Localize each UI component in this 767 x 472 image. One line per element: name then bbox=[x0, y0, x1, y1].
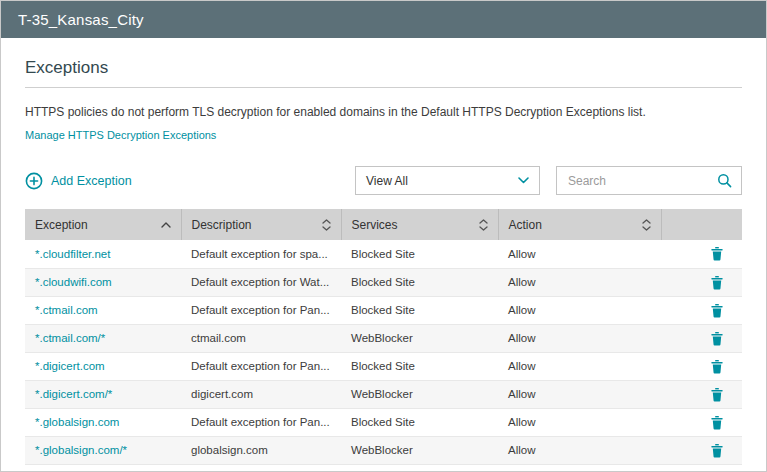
toolbar-controls: View All bbox=[355, 166, 742, 195]
column-header-exception[interactable]: Exception bbox=[25, 209, 181, 240]
search-box bbox=[556, 166, 742, 195]
exception-cell: *.cloudfilter.net bbox=[25, 240, 181, 268]
description-text: HTTPS policies do not perform TLS decryp… bbox=[25, 105, 742, 119]
column-header-label: Services bbox=[352, 218, 398, 232]
delete-cell bbox=[661, 324, 742, 352]
exceptions-table: Exception Description bbox=[25, 209, 742, 465]
services-cell: Blocked Site bbox=[341, 240, 498, 268]
description-cell: digicert.com bbox=[181, 380, 341, 408]
table-body: *.cloudfilter.netDefault exception for s… bbox=[25, 240, 742, 464]
column-header-label: Exception bbox=[35, 218, 88, 232]
sort-arrows-icon bbox=[322, 219, 331, 231]
action-cell: Allow bbox=[498, 352, 661, 380]
action-cell: Allow bbox=[498, 268, 661, 296]
description-cell: ctmail.com bbox=[181, 324, 341, 352]
delete-cell bbox=[661, 380, 742, 408]
main-content: Exceptions HTTPS policies do not perform… bbox=[1, 58, 766, 465]
trash-icon[interactable] bbox=[710, 443, 724, 458]
delete-cell bbox=[661, 296, 742, 324]
delete-cell bbox=[661, 240, 742, 268]
services-cell: Blocked Site bbox=[341, 352, 498, 380]
exception-link[interactable]: *.cloudfilter.net bbox=[35, 248, 110, 260]
delete-cell bbox=[661, 268, 742, 296]
action-cell: Allow bbox=[498, 296, 661, 324]
sort-arrows-icon bbox=[479, 219, 488, 231]
services-cell: WebBlocker bbox=[341, 436, 498, 464]
exception-link[interactable]: *.globalsign.com/* bbox=[35, 444, 127, 456]
trash-icon[interactable] bbox=[710, 359, 724, 374]
table-header-row: Exception Description bbox=[25, 209, 742, 240]
exception-link[interactable]: *.cloudwifi.com bbox=[35, 276, 112, 288]
sort-arrows-icon bbox=[642, 219, 651, 231]
exception-link[interactable]: *.globalsign.com bbox=[35, 416, 119, 428]
table-row: *.ctmail.comDefault exception for Pan...… bbox=[25, 296, 742, 324]
column-header-action[interactable]: Action bbox=[498, 209, 661, 240]
table-row: *.cloudfilter.netDefault exception for s… bbox=[25, 240, 742, 268]
trash-icon[interactable] bbox=[710, 303, 724, 318]
chevron-up-icon bbox=[161, 222, 171, 228]
exception-cell: *.ctmail.com/* bbox=[25, 324, 181, 352]
exception-cell: *.globalsign.com/* bbox=[25, 436, 181, 464]
exception-link[interactable]: *.ctmail.com/* bbox=[35, 332, 105, 344]
table-row: *.globalsign.comDefault exception for Pa… bbox=[25, 408, 742, 436]
trash-icon[interactable] bbox=[710, 246, 724, 261]
page-title: T-35_Kansas_City bbox=[18, 11, 144, 28]
services-cell: Blocked Site bbox=[341, 268, 498, 296]
manage-exceptions-link[interactable]: Manage HTTPS Decryption Exceptions bbox=[25, 129, 216, 141]
services-cell: Blocked Site bbox=[341, 296, 498, 324]
exception-cell: *.globalsign.com bbox=[25, 408, 181, 436]
table-row: *.digicert.com/*digicert.comWebBlockerAl… bbox=[25, 380, 742, 408]
delete-cell bbox=[661, 408, 742, 436]
table-row: *.digicert.comDefault exception for Pan.… bbox=[25, 352, 742, 380]
add-exception-button[interactable]: Add Exception bbox=[25, 172, 132, 190]
description-cell: Default exception for spa... bbox=[181, 240, 341, 268]
services-cell: Blocked Site bbox=[341, 408, 498, 436]
table-row: *.cloudwifi.comDefault exception for Wat… bbox=[25, 268, 742, 296]
toolbar: Add Exception View All bbox=[25, 166, 742, 195]
exception-cell: *.cloudwifi.com bbox=[25, 268, 181, 296]
exception-link[interactable]: *.ctmail.com bbox=[35, 304, 98, 316]
column-header-actions-blank bbox=[661, 209, 742, 240]
table-row: *.ctmail.com/*ctmail.comWebBlockerAllow bbox=[25, 324, 742, 352]
chevron-down-icon bbox=[518, 177, 529, 184]
services-cell: WebBlocker bbox=[341, 380, 498, 408]
trash-icon[interactable] bbox=[710, 331, 724, 346]
exception-link[interactable]: *.digicert.com bbox=[35, 360, 105, 372]
trash-icon[interactable] bbox=[710, 387, 724, 402]
action-cell: Allow bbox=[498, 436, 661, 464]
exception-cell: *.digicert.com/* bbox=[25, 380, 181, 408]
section-divider bbox=[25, 87, 742, 88]
services-cell: WebBlocker bbox=[341, 324, 498, 352]
column-header-label: Description bbox=[192, 218, 252, 232]
delete-cell bbox=[661, 352, 742, 380]
action-cell: Allow bbox=[498, 408, 661, 436]
description-cell: Default exception for Pan... bbox=[181, 296, 341, 324]
column-header-services[interactable]: Services bbox=[341, 209, 498, 240]
exception-link[interactable]: *.digicert.com/* bbox=[35, 388, 112, 400]
filter-dropdown-value: View All bbox=[366, 174, 408, 188]
trash-icon[interactable] bbox=[710, 275, 724, 290]
action-cell: Allow bbox=[498, 380, 661, 408]
filter-dropdown[interactable]: View All bbox=[355, 166, 540, 195]
delete-cell bbox=[661, 436, 742, 464]
description-cell: Default exception for Pan... bbox=[181, 352, 341, 380]
add-exception-label: Add Exception bbox=[51, 174, 132, 188]
window-titlebar: T-35_Kansas_City bbox=[1, 1, 766, 38]
column-header-description[interactable]: Description bbox=[181, 209, 341, 240]
action-cell: Allow bbox=[498, 324, 661, 352]
trash-icon[interactable] bbox=[710, 415, 724, 430]
action-cell: Allow bbox=[498, 240, 661, 268]
exception-cell: *.ctmail.com bbox=[25, 296, 181, 324]
description-cell: globalsign.com bbox=[181, 436, 341, 464]
description-cell: Default exception for Wat... bbox=[181, 268, 341, 296]
column-header-label: Action bbox=[509, 218, 542, 232]
search-icon[interactable] bbox=[717, 173, 732, 188]
section-title: Exceptions bbox=[25, 58, 742, 78]
plus-circle-icon bbox=[25, 172, 43, 190]
table-row: *.globalsign.com/*globalsign.comWebBlock… bbox=[25, 436, 742, 464]
search-input[interactable] bbox=[566, 173, 717, 189]
description-cell: Default exception for Pan... bbox=[181, 408, 341, 436]
exception-cell: *.digicert.com bbox=[25, 352, 181, 380]
